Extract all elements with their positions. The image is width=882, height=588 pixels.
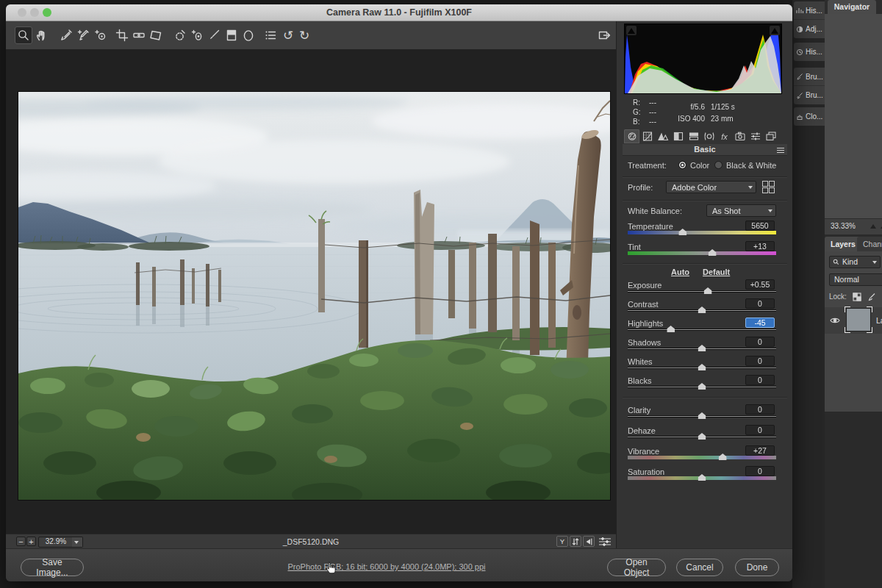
tab-effects[interactable]: fx <box>717 129 732 143</box>
slider-thumb[interactable] <box>698 412 706 419</box>
workflow-options-link[interactable]: ProPhoto RGB; 16 bit; 6000 by 4000 (24.0… <box>226 562 547 571</box>
slider-track[interactable] <box>628 231 776 234</box>
spot-removal-tool-button[interactable] <box>171 26 189 44</box>
treatment-color-label[interactable]: Color <box>690 161 709 170</box>
navigator-zoom-value[interactable]: 33.33% <box>831 222 856 230</box>
hand-tool-button[interactable] <box>33 26 51 44</box>
slider-track[interactable] <box>628 367 776 369</box>
red-eye-tool-button[interactable] <box>188 26 206 44</box>
lock-transparency-icon[interactable] <box>853 293 861 301</box>
slider-value-input[interactable]: 0 <box>745 356 775 366</box>
layer-name[interactable]: Laye <box>876 316 882 325</box>
white-balance-tool-button[interactable] <box>57 26 75 44</box>
tab-lens-corrections[interactable] <box>701 129 717 143</box>
white-balance-select[interactable]: As Shot <box>706 204 776 217</box>
slider-value-input[interactable]: 0 <box>745 337 775 347</box>
ps-panel-brush-button[interactable]: Bru... <box>794 68 828 86</box>
tab-tone-curve[interactable] <box>639 129 655 143</box>
color-sampler-tool-button[interactable] <box>74 26 92 44</box>
treatment-color-radio[interactable] <box>678 161 686 169</box>
slider-track[interactable] <box>628 456 776 459</box>
straighten-tool-button[interactable] <box>130 26 148 44</box>
crop-tool-button[interactable] <box>113 26 131 44</box>
slider-thumb[interactable] <box>704 287 712 294</box>
cancel-button[interactable]: Cancel <box>676 559 723 576</box>
slider-value-input[interactable]: 0 <box>745 466 775 476</box>
image-preview-area[interactable] <box>6 49 616 534</box>
auto-link[interactable]: Auto <box>671 268 689 276</box>
slider-value-input[interactable]: 0 <box>745 425 775 435</box>
done-button[interactable]: Done <box>735 559 779 576</box>
slider-thumb[interactable] <box>698 345 706 351</box>
slider-value-input[interactable]: +27 <box>745 445 775 456</box>
slider-value-input[interactable]: +13 <box>745 241 775 251</box>
slider-value-input[interactable]: 0 <box>745 375 775 385</box>
slider-track[interactable] <box>628 476 776 480</box>
treatment-bw-radio[interactable] <box>714 161 723 169</box>
highlight-clipping-toggle[interactable] <box>770 26 780 35</box>
preferences-button[interactable] <box>262 26 279 44</box>
layer-row[interactable]: Laye <box>825 307 882 334</box>
ps-panel-adjustments-button[interactable]: Adj... <box>794 20 828 38</box>
slider-value-input[interactable]: 0 <box>745 404 775 415</box>
toggle-fullscreen-button[interactable] <box>595 26 613 44</box>
dialog-titlebar[interactable]: Camera Raw 11.0 - Fujifilm X100F <box>6 4 792 21</box>
tab-presets[interactable] <box>747 129 763 143</box>
targeted-adjustment-tool-button[interactable] <box>92 26 110 44</box>
slider-track[interactable] <box>628 290 776 293</box>
slider-value-input[interactable]: -45 <box>745 318 775 328</box>
layer-thumbnail[interactable] <box>847 309 870 331</box>
tab-navigator[interactable]: Navigator <box>828 0 876 14</box>
tab-split-toning[interactable] <box>686 129 701 143</box>
tab-basic[interactable] <box>624 129 639 143</box>
profile-browser-button[interactable] <box>762 181 775 193</box>
graduated-filter-tool-button[interactable] <box>223 26 240 44</box>
layer-visibility-eye-icon[interactable] <box>830 317 840 324</box>
before-after-view-button[interactable]: Y <box>556 536 568 547</box>
slider-thumb[interactable] <box>698 306 706 313</box>
slider-value-input[interactable]: 5650 <box>745 220 775 231</box>
tab-detail[interactable] <box>655 129 670 143</box>
panel-menu-icon[interactable] <box>777 148 784 153</box>
slider-track[interactable] <box>628 386 776 388</box>
slider-thumb[interactable] <box>698 383 706 390</box>
slider-track[interactable] <box>628 436 776 438</box>
ps-panel-histogram-button[interactable]: His... <box>794 1 828 20</box>
zoom-out-mountain-icon[interactable] <box>870 224 876 229</box>
treatment-bw-label[interactable]: Black & White <box>726 161 776 170</box>
adjustment-brush-tool-button[interactable] <box>205 26 223 44</box>
tab-snapshots[interactable] <box>763 129 778 143</box>
profile-select[interactable]: Adobe Color <box>666 181 756 193</box>
slider-track[interactable] <box>628 329 776 331</box>
blend-mode-select[interactable]: Normal <box>829 273 882 286</box>
slider-thumb[interactable] <box>698 433 706 440</box>
shadow-clipping-toggle[interactable] <box>626 26 637 35</box>
tab-channels[interactable]: Channels <box>857 237 882 251</box>
rotate-right-button[interactable]: ↻ <box>295 26 313 44</box>
preview-preferences-button[interactable] <box>598 537 612 546</box>
slider-thumb[interactable] <box>698 364 706 370</box>
transform-tool-button[interactable] <box>147 26 165 44</box>
slider-thumb[interactable] <box>719 453 727 460</box>
slider-track[interactable] <box>628 415 776 417</box>
ps-panel-clone-source-button[interactable]: Clo... <box>794 107 828 126</box>
slider-track[interactable] <box>628 251 776 255</box>
slider-thumb[interactable] <box>678 229 686 235</box>
slider-track[interactable] <box>628 309 776 312</box>
save-image-button[interactable]: Save Image... <box>21 559 84 576</box>
ps-panel-brush-settings-button[interactable]: Bru... <box>794 86 828 104</box>
lock-pixels-brush-icon[interactable] <box>867 293 876 301</box>
tab-layers[interactable]: Layers <box>825 237 861 251</box>
open-object-button[interactable]: Open Object <box>607 559 666 576</box>
slider-thumb[interactable] <box>667 326 675 332</box>
default-link[interactable]: Default <box>703 268 730 276</box>
tab-camera-calibration[interactable] <box>732 129 747 143</box>
radial-filter-tool-button[interactable] <box>240 26 257 44</box>
swap-before-after-button[interactable] <box>570 536 581 547</box>
tab-hsl-adjustments[interactable] <box>670 129 686 143</box>
slider-value-input[interactable]: +0.55 <box>745 279 775 290</box>
rotate-left-button[interactable]: ↺ <box>279 26 297 44</box>
slider-thumb[interactable] <box>698 474 706 481</box>
slider-value-input[interactable]: 0 <box>745 298 775 309</box>
slider-track[interactable] <box>628 348 776 350</box>
